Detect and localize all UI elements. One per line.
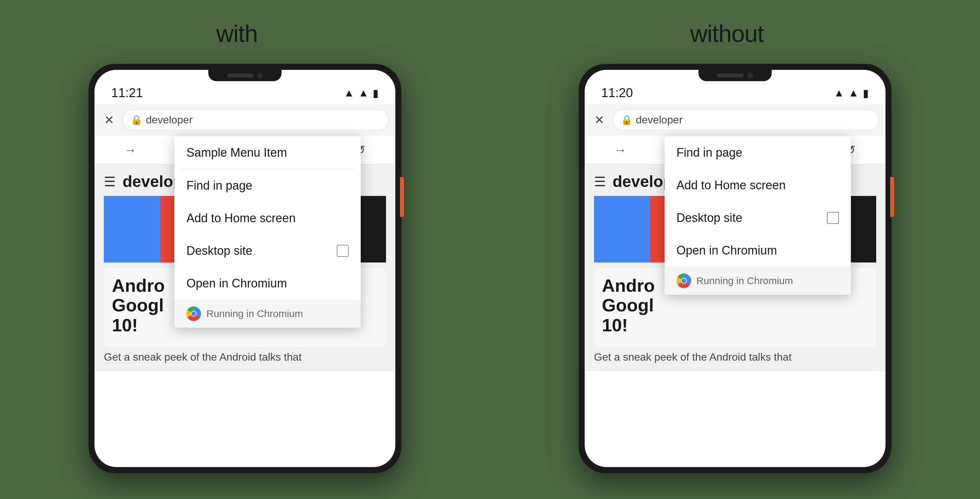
- left-desktop-checkbox[interactable]: [337, 245, 349, 257]
- right-menu-chromium-label: Open in Chromium: [676, 243, 777, 257]
- phones-row: 11:21 ▲ ▲ ▮ ✕ 🔒 developer → ☆ ⬇: [0, 60, 980, 473]
- right-phone-inner: 11:20 ▲ ▲ ▮ ✕ 🔒 developer → ☆ ⬇: [585, 70, 886, 467]
- left-camera: [257, 73, 263, 78]
- left-context-menu[interactable]: Sample Menu Item Find in page Add to Hom…: [174, 137, 361, 328]
- left-lock-icon: 🔒: [131, 114, 142, 126]
- left-speaker: [227, 73, 254, 78]
- right-hero-subtitle: Get a sneak peek of the Android talks th…: [594, 351, 876, 363]
- right-menu-chromium[interactable]: Open in Chromium: [665, 234, 851, 267]
- left-chromium-icon: [186, 307, 201, 321]
- left-menu-find[interactable]: Find in page: [174, 169, 361, 202]
- left-bar-blue: [104, 196, 161, 262]
- right-chromium-icon: [676, 273, 691, 288]
- right-fwd-btn[interactable]: →: [609, 140, 632, 160]
- left-menu-home-label: Add to Home screen: [186, 211, 296, 225]
- left-menu-chromium-label: Open in Chromium: [186, 277, 287, 291]
- right-context-menu[interactable]: Find in page Add to Home screen Desktop …: [665, 137, 851, 295]
- right-address-bar[interactable]: 🔒 developer: [612, 110, 879, 130]
- right-menu-desktop[interactable]: Desktop site: [665, 202, 851, 234]
- right-desktop-checkbox[interactable]: [827, 212, 839, 224]
- right-menu-footer: Running in Chromium: [665, 267, 851, 295]
- left-close-btn[interactable]: ✕: [101, 113, 117, 127]
- left-menu-chromium[interactable]: Open in Chromium: [174, 267, 361, 300]
- right-phone-frame: 11:20 ▲ ▲ ▮ ✕ 🔒 developer → ☆ ⬇: [579, 64, 891, 473]
- labels-row: with without: [0, 0, 980, 60]
- right-browser-toolbar[interactable]: ✕ 🔒 developer: [585, 104, 886, 136]
- right-lock-icon: 🔒: [621, 114, 633, 126]
- left-menu-desktop-label: Desktop site: [186, 244, 252, 258]
- right-label: without: [690, 20, 764, 47]
- right-side-button: [890, 177, 894, 217]
- left-signal-icon: ▲: [358, 87, 369, 99]
- left-fwd-btn[interactable]: →: [119, 140, 142, 160]
- right-menu-find-label: Find in page: [676, 146, 742, 160]
- right-signal-icon: ▲: [848, 87, 859, 99]
- left-label: with: [216, 20, 258, 47]
- right-chromium-icon-inner: [681, 278, 686, 283]
- left-menu-home[interactable]: Add to Home screen: [174, 202, 361, 235]
- right-menu-home-label: Add to Home screen: [676, 178, 786, 192]
- right-wifi-icon: ▲: [834, 87, 844, 99]
- left-address-bar[interactable]: 🔒 developer: [123, 110, 389, 130]
- left-menu-footer: Running in Chromium: [174, 300, 361, 328]
- right-menu-find[interactable]: Find in page: [665, 137, 851, 169]
- right-notch: [698, 70, 772, 81]
- left-wifi-icon: ▲: [344, 87, 355, 99]
- left-hero-subtitle: Get a sneak peek of the Android talks th…: [104, 351, 386, 363]
- left-hamburger-icon: ☰: [104, 174, 116, 189]
- right-running-text: Running in Chromium: [697, 275, 793, 286]
- right-camera: [747, 73, 753, 78]
- left-notch: [208, 70, 282, 81]
- left-page-title: develop: [123, 172, 183, 191]
- left-menu-sample[interactable]: Sample Menu Item: [174, 137, 361, 169]
- left-chromium-icon-inner: [191, 311, 196, 316]
- right-bar-blue: [594, 196, 651, 262]
- left-menu-sample-label: Sample Menu Item: [186, 146, 287, 160]
- left-status-icons: ▲ ▲ ▮: [344, 87, 379, 100]
- left-side-button: [400, 177, 404, 217]
- right-menu-home[interactable]: Add to Home screen: [665, 169, 851, 202]
- left-browser-toolbar[interactable]: ✕ 🔒 developer: [94, 104, 395, 136]
- right-speaker: [717, 73, 744, 78]
- right-menu-desktop-label: Desktop site: [676, 211, 742, 225]
- right-status-icons: ▲ ▲ ▮: [834, 87, 869, 100]
- left-phone-frame: 11:21 ▲ ▲ ▮ ✕ 🔒 developer → ☆ ⬇: [89, 64, 401, 473]
- left-phone-inner: 11:21 ▲ ▲ ▮ ✕ 🔒 developer → ☆ ⬇: [94, 70, 395, 467]
- left-battery-icon: ▮: [373, 87, 379, 100]
- right-time: 11:20: [601, 86, 633, 100]
- right-battery-icon: ▮: [863, 87, 869, 100]
- left-menu-desktop[interactable]: Desktop site: [174, 235, 361, 267]
- right-url: developer: [636, 114, 683, 126]
- right-page-title: develop: [612, 172, 673, 191]
- left-menu-find-label: Find in page: [186, 179, 252, 192]
- right-close-btn[interactable]: ✕: [591, 113, 607, 127]
- right-hamburger-icon: ☰: [594, 174, 606, 189]
- left-url: developer: [146, 114, 192, 126]
- left-running-text: Running in Chromium: [206, 308, 303, 319]
- left-time: 11:21: [111, 86, 143, 100]
